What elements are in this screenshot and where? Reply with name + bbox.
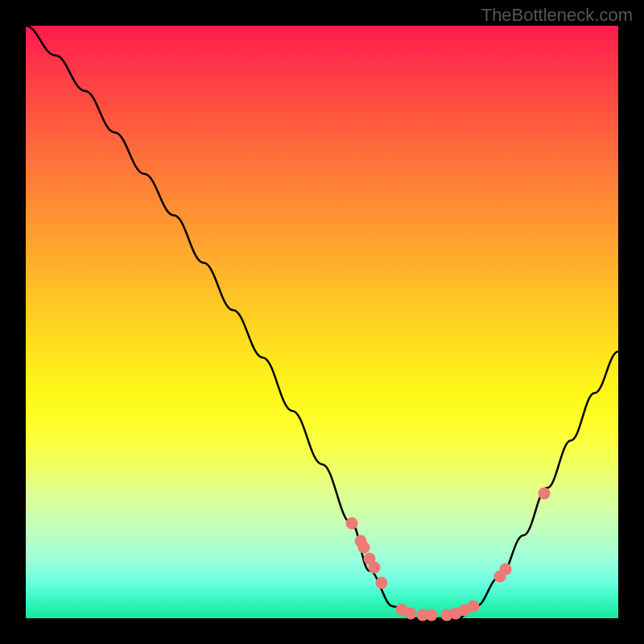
attribution-text: TheBottleneck.com — [481, 5, 633, 26]
highlight-dot — [405, 608, 417, 620]
highlight-dot — [467, 601, 479, 613]
highlight-dot — [357, 541, 369, 553]
highlight-dot — [375, 576, 387, 588]
highlight-dot — [539, 488, 551, 500]
bottleneck-curve — [26, 26, 618, 618]
highlight-dot — [500, 563, 512, 575]
chart-plot-area — [26, 26, 618, 618]
highlight-dot — [345, 518, 357, 530]
highlight-dot — [426, 609, 438, 621]
highlight-dot — [368, 562, 380, 574]
